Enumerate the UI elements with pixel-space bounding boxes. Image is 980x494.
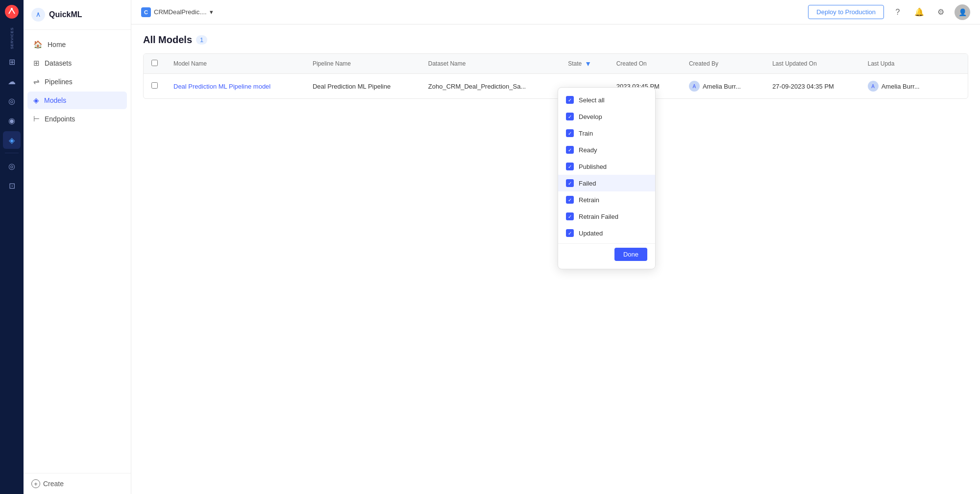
- globe-rail-icon[interactable]: ◎: [3, 157, 21, 175]
- cell-actions: [943, 74, 968, 99]
- retrain-check-icon: ✓: [566, 196, 574, 204]
- notifications-icon[interactable]: 🔔: [911, 4, 927, 20]
- rail-divider: [5, 153, 19, 153]
- page-count-badge: 1: [196, 35, 207, 45]
- filter-label-published: Published: [579, 163, 607, 170]
- sidebar-nav: 🏠 Home ⊞ Datasets ⇌ Pipelines ◈ Models ⊢…: [24, 30, 131, 473]
- filter-label-ready: Ready: [579, 146, 597, 154]
- state-filter-dropdown: ✓ Select all ✓ Develop ✓ Train ✓ Ready ✓…: [558, 87, 656, 269]
- state-filter-icon[interactable]: ▼: [585, 60, 591, 68]
- sidebar-item-pipelines[interactable]: ⇌ Pipelines: [27, 73, 127, 91]
- filter-item-train[interactable]: ✓ Train: [558, 125, 655, 141]
- sidebar-home-label: Home: [48, 41, 66, 48]
- published-check-icon: ✓: [566, 163, 574, 170]
- retrain-failed-check-icon: ✓: [566, 212, 574, 220]
- col-pipeline-name: Pipeline Name: [305, 54, 420, 74]
- apps-rail-icon[interactable]: ⊞: [3, 53, 21, 71]
- create-button[interactable]: + Create: [31, 479, 123, 488]
- col-created-by: Created By: [681, 54, 764, 74]
- project-icon: C: [141, 7, 151, 17]
- filter-item-develop[interactable]: ✓ Develop: [558, 108, 655, 125]
- sidebar-item-endpoints[interactable]: ⊢ Endpoints: [27, 110, 127, 128]
- sidebar-endpoints-label: Endpoints: [45, 115, 75, 123]
- filter-item-retrain[interactable]: ✓ Retrain: [558, 191, 655, 208]
- filter-item-select-all[interactable]: ✓ Select all: [558, 92, 655, 108]
- sidebar-item-home[interactable]: 🏠 Home: [27, 36, 127, 53]
- models-table: Model Name Pipeline Name Dataset Name St…: [144, 54, 968, 98]
- quickml-logo-icon: [31, 8, 45, 22]
- endpoints-icon: ⊢: [33, 115, 40, 123]
- train-check-icon: ✓: [566, 129, 574, 137]
- filter-item-published[interactable]: ✓ Published: [558, 158, 655, 175]
- project-name: CRMDealPredic....: [154, 8, 207, 16]
- ready-check-icon: ✓: [566, 146, 574, 154]
- col-created-on: Created On: [609, 54, 681, 74]
- page-header: All Models 1: [143, 34, 968, 46]
- develop-check-icon: ✓: [566, 113, 574, 120]
- svg-point-0: [5, 5, 19, 19]
- project-chevron-icon: ▾: [210, 8, 213, 16]
- col-last-updated-on: Last Updated On: [764, 54, 860, 74]
- cell-model-name[interactable]: Deal Prediction ML Pipeline model: [166, 74, 305, 99]
- topbar: C CRMDealPredic.... ▾ Deploy to Producti…: [131, 0, 980, 24]
- failed-check-icon: ✓: [566, 179, 574, 187]
- filter-item-failed[interactable]: ✓ Failed: [558, 175, 655, 191]
- brain-rail-icon[interactable]: ◎: [3, 92, 21, 110]
- filter-item-updated[interactable]: ✓ Updated: [558, 225, 655, 241]
- cell-last-updated-on: 27-09-2023 04:35 PM: [764, 74, 860, 99]
- filter-label-failed: Failed: [579, 180, 596, 187]
- pipelines-icon: ⇌: [33, 77, 40, 86]
- cloud-rail-icon[interactable]: ☁: [3, 72, 21, 90]
- main-area: C CRMDealPredic.... ▾ Deploy to Producti…: [131, 0, 980, 494]
- updated-by-avatar: A: [868, 81, 879, 92]
- col-dataset-name: Dataset Name: [420, 54, 560, 74]
- sidebar-models-label: Models: [44, 96, 66, 104]
- plus-icon: +: [31, 479, 40, 488]
- filter-label-retrain-failed: Retrain Failed: [579, 213, 618, 220]
- cell-created-by: A Amelia Burr...: [681, 74, 764, 99]
- sidebar-item-datasets[interactable]: ⊞ Datasets: [27, 54, 127, 72]
- svg-point-2: [34, 11, 42, 19]
- avatar[interactable]: 👤: [955, 4, 970, 20]
- project-selector[interactable]: C CRMDealPredic.... ▾: [141, 7, 213, 17]
- row-checkbox[interactable]: [151, 82, 158, 89]
- home-icon: 🏠: [33, 40, 43, 49]
- datasets-icon: ⊞: [33, 59, 40, 68]
- page-title: All Models: [143, 34, 192, 46]
- cell-dataset-name: Zoho_CRM_Deal_Prediction_Sa...: [420, 74, 560, 99]
- cell-last-updated-by: A Amelia Burr...: [860, 74, 943, 99]
- filter-label-updated: Updated: [579, 230, 603, 237]
- done-button[interactable]: Done: [614, 248, 647, 261]
- dropdown-footer: Done: [558, 243, 655, 265]
- grid-rail-icon[interactable]: ⊡: [3, 177, 21, 194]
- icon-rail: Services ⊞ ☁ ◎ ◉ ◈ ◎ ⊡: [0, 0, 24, 494]
- col-state: State ▼: [560, 54, 609, 74]
- col-last-updated-by: Last Upda: [860, 54, 943, 74]
- sidebar: QuickML 🏠 Home ⊞ Datasets ⇌ Pipelines ◈ …: [24, 0, 131, 494]
- deploy-to-production-button[interactable]: Deploy to Production: [808, 5, 884, 19]
- cell-pipeline-name: Deal Prediction ML Pipeline: [305, 74, 420, 99]
- create-label: Create: [43, 480, 64, 488]
- filter-label-retrain: Retrain: [579, 196, 599, 204]
- filter-label-develop: Develop: [579, 113, 602, 120]
- help-icon[interactable]: ?: [890, 4, 906, 20]
- table-row: Deal Prediction ML Pipeline model Deal P…: [144, 74, 968, 99]
- sidebar-item-models[interactable]: ◈ Models: [27, 92, 127, 109]
- page-content: All Models 1 Model Name Pipeline Name: [131, 24, 980, 494]
- col-actions: [943, 54, 968, 74]
- sidebar-datasets-label: Datasets: [45, 59, 72, 67]
- target-rail-icon[interactable]: ◉: [3, 112, 21, 129]
- models-icon: ◈: [33, 96, 39, 105]
- select-all-check-icon: ✓: [566, 96, 574, 104]
- filter-label-train: Train: [579, 130, 593, 137]
- filter-item-ready[interactable]: ✓ Ready: [558, 141, 655, 158]
- filter-item-retrain-failed[interactable]: ✓ Retrain Failed: [558, 208, 655, 225]
- sidebar-app-title: QuickML: [49, 10, 82, 19]
- svg-point-1: [11, 8, 13, 10]
- settings-icon[interactable]: ⚙: [933, 4, 949, 20]
- activity-rail-icon[interactable]: ◈: [3, 131, 21, 149]
- sidebar-pipelines-label: Pipelines: [45, 78, 73, 86]
- updated-check-icon: ✓: [566, 229, 574, 237]
- svg-point-3: [38, 13, 39, 14]
- select-all-checkbox[interactable]: [151, 60, 158, 66]
